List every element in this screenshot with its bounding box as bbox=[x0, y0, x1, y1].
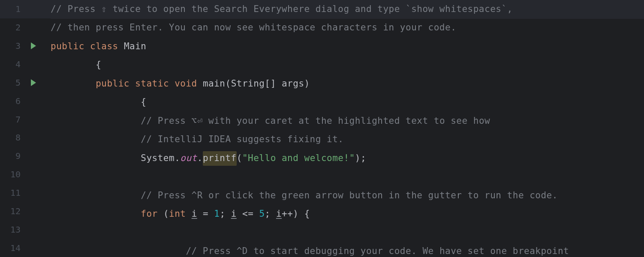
gutter-row[interactable]: 4 bbox=[0, 55, 51, 74]
keyword: static bbox=[135, 77, 169, 91]
operator: <= bbox=[237, 207, 259, 221]
comment-text: // IntelliJ IDEA suggests fixing it. bbox=[141, 132, 343, 147]
line-number: 2 bbox=[0, 21, 25, 34]
code-line[interactable]: // then press Enter. You can now see whi… bbox=[51, 19, 644, 38]
line-number: 10 bbox=[0, 167, 25, 181]
code-line[interactable]: // Press ⇧ twice to open the Search Ever… bbox=[51, 0, 644, 19]
code-line[interactable]: System.out.printf("Hello and welcome!"); bbox=[51, 149, 644, 168]
space bbox=[298, 207, 304, 221]
warning-highlight: printf bbox=[203, 151, 237, 166]
method-name: main bbox=[203, 77, 226, 91]
run-icon[interactable] bbox=[31, 79, 36, 86]
gutter-icon-slot[interactable] bbox=[25, 79, 42, 86]
semicolon: ; bbox=[361, 151, 366, 166]
code-line[interactable]: // Press ^D to start debugging your code… bbox=[51, 242, 644, 257]
indent bbox=[51, 188, 141, 203]
indent bbox=[51, 244, 186, 257]
indent bbox=[51, 95, 141, 110]
array-brackets: [] bbox=[265, 77, 282, 91]
line-number: 4 bbox=[0, 57, 25, 71]
line-number: 11 bbox=[0, 186, 25, 200]
gutter: 1 2 3 4 5 6 7 8 bbox=[0, 0, 51, 257]
line-number: 13 bbox=[0, 223, 25, 236]
keyword: void bbox=[175, 77, 197, 91]
gutter-row[interactable]: 6 bbox=[0, 92, 51, 110]
gutter-row[interactable]: 5 bbox=[0, 73, 51, 92]
indent bbox=[51, 114, 141, 128]
blank bbox=[51, 170, 56, 184]
space bbox=[84, 39, 90, 54]
keyword: class bbox=[90, 39, 118, 54]
keyword: public bbox=[96, 77, 129, 91]
comment-text: // Press ⇧ twice to open the Search Ever… bbox=[51, 2, 513, 17]
comment-text: // then press Enter. You can now see whi… bbox=[51, 21, 456, 35]
line-number: 5 bbox=[0, 76, 25, 90]
type: String bbox=[231, 77, 265, 91]
line-number: 12 bbox=[0, 204, 25, 218]
code-line[interactable] bbox=[51, 224, 644, 242]
gutter-row[interactable]: 13 bbox=[0, 220, 51, 239]
code-line[interactable]: // Press ^R or click the green arrow but… bbox=[51, 186, 644, 205]
brace: { bbox=[141, 95, 146, 110]
number-literal: 5 bbox=[259, 207, 265, 221]
gutter-row[interactable]: 3 bbox=[0, 37, 51, 55]
code-line[interactable]: // IntelliJ IDEA suggests fixing it. bbox=[51, 131, 644, 149]
line-number: 7 bbox=[0, 113, 25, 126]
paren: ( bbox=[237, 151, 242, 166]
variable: i bbox=[192, 207, 197, 221]
code-line[interactable]: public static void main(String[] args) bbox=[51, 75, 644, 93]
semicolon: ; bbox=[265, 207, 276, 221]
indent bbox=[51, 151, 141, 166]
indent bbox=[51, 132, 141, 147]
parameter: args bbox=[282, 77, 304, 91]
dot: . bbox=[197, 151, 203, 166]
gutter-row[interactable]: 10 bbox=[0, 165, 51, 184]
code-line[interactable]: { bbox=[51, 56, 644, 75]
gutter-row[interactable]: 2 bbox=[0, 18, 51, 37]
variable: i bbox=[231, 207, 237, 221]
code-line[interactable]: for (int i = 1; i <= 5; i++) { bbox=[51, 205, 644, 224]
field: out bbox=[180, 151, 197, 166]
variable: i bbox=[276, 207, 282, 221]
code-line[interactable] bbox=[51, 168, 644, 187]
comment-text: // Press ^R or click the green arrow but… bbox=[141, 188, 558, 203]
semicolon: ; bbox=[220, 207, 231, 221]
code-area[interactable]: // Press ⇧ twice to open the Search Ever… bbox=[51, 0, 644, 257]
gutter-row[interactable]: 12 bbox=[0, 202, 51, 220]
number-literal: 1 bbox=[214, 207, 220, 221]
space bbox=[197, 77, 203, 91]
paren: ) bbox=[304, 77, 310, 91]
space bbox=[169, 77, 175, 91]
gutter-row[interactable]: 7 bbox=[0, 110, 51, 128]
run-icon[interactable] bbox=[31, 42, 36, 49]
gutter-row[interactable]: 14 bbox=[0, 239, 51, 257]
paren: ( bbox=[226, 77, 231, 91]
paren: ) bbox=[355, 151, 361, 166]
comment-text: // Press ⌥⏎ with your caret at the highl… bbox=[141, 114, 490, 128]
code-line[interactable]: { bbox=[51, 93, 644, 112]
paren: ) bbox=[293, 207, 298, 221]
paren: ( bbox=[163, 207, 169, 221]
space bbox=[118, 39, 124, 54]
indent bbox=[51, 77, 96, 91]
operator: = bbox=[197, 207, 214, 221]
gutter-row[interactable]: 11 bbox=[0, 184, 51, 202]
gutter-row[interactable]: 8 bbox=[0, 128, 51, 147]
gutter-row[interactable]: 9 bbox=[0, 147, 51, 165]
comment-text: // Press ^D to start debugging your code… bbox=[186, 244, 569, 257]
object: System bbox=[141, 151, 175, 166]
line-number: 1 bbox=[0, 2, 25, 16]
indent bbox=[51, 207, 141, 221]
line-number: 9 bbox=[0, 149, 25, 163]
code-editor: 1 2 3 4 5 6 7 8 bbox=[0, 0, 644, 257]
code-line[interactable]: public class Main bbox=[51, 37, 644, 56]
operator: ++ bbox=[282, 207, 293, 221]
line-number: 14 bbox=[0, 241, 25, 255]
type: int bbox=[169, 207, 186, 221]
line-number: 6 bbox=[0, 94, 25, 108]
class-name: Main bbox=[124, 39, 147, 54]
gutter-icon-slot[interactable] bbox=[25, 42, 42, 49]
gutter-row[interactable]: 1 bbox=[0, 0, 51, 18]
code-line[interactable]: // Press ⌥⏎ with your caret at the highl… bbox=[51, 112, 644, 131]
space bbox=[129, 77, 135, 91]
